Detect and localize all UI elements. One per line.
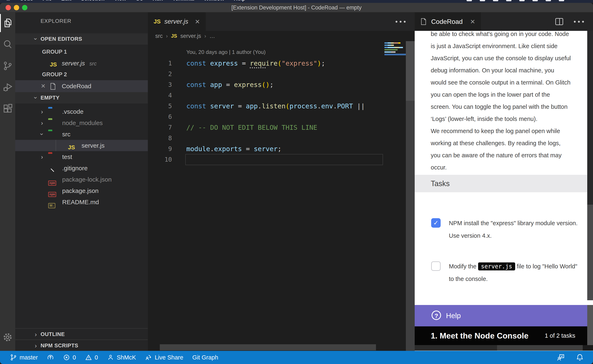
task-progress-badge: 1 of 2 tasks [545,326,575,345]
apple-menu-icon[interactable]:  [6,0,10,2]
menu-item[interactable]: Code [20,0,33,2]
macos-menubar:  CodeFileEditSelectionViewGoRunTerminal… [0,0,593,3]
statusbar-item-live-share[interactable]: Live Share [145,354,183,361]
code-line-4[interactable] [186,90,383,101]
more-actions-icon[interactable] [574,21,584,23]
tab-server-js[interactable]: JS server.js ✕ [148,12,206,31]
code-line-2[interactable] [186,69,383,79]
statusbar-item-0[interactable]: 0 [63,354,76,361]
search-icon[interactable] [0,34,15,55]
source-control-icon[interactable] [0,55,15,77]
menu-item[interactable]: Selection [81,0,105,2]
editor-group: JS server.js ✕ src › JS server.js › … Yo… [148,12,415,351]
tree-item--vscode[interactable]: .vscode [15,106,148,117]
line-number-gutter: 12345678910 [148,58,172,165]
inline-code: server.js [478,262,515,270]
chevron-down-icon [33,92,39,104]
statusbar-item-shmck[interactable]: ShMcK [107,354,136,361]
menu-item[interactable]: View [114,0,126,2]
webview-horizontal-scrollbar[interactable] [415,345,593,351]
open-editors-list: GROUP 1JSserver.jssrcGROUP 2✕CodeRoad [15,46,148,92]
sidebar-title: EXPLORER [15,12,148,29]
activity-bar [0,12,15,351]
menu-item[interactable]: Edit [61,0,71,2]
menu-item[interactable]: Go [136,0,143,2]
help-bar[interactable]: Help [415,305,587,326]
codelens-authors[interactable]: You, 20 days ago | 1 author (You) [186,48,266,56]
close-tab-icon[interactable]: ✕ [195,18,200,25]
js-file-icon: JS [171,33,177,39]
webview-vertical-scrollbar[interactable] [587,31,593,345]
tree-item-server-js[interactable]: JSserver.js [15,140,148,151]
coderoad-webview: be able to check what's going on in your… [415,31,593,351]
statusbar-item-bell[interactable] [576,353,584,362]
workspace-section-header[interactable]: EMPTY [15,92,148,104]
open-editor-item[interactable]: ✕CodeRoad [15,80,148,92]
window-titlebar[interactable]: [Extension Development Host] - CodeRoad … [0,3,593,12]
file-icon [50,83,56,90]
open-editor-item[interactable]: JSserver.jssrc [15,58,148,69]
task-checkbox-unchecked[interactable] [431,261,441,271]
menu-item[interactable]: Terminal [172,0,194,2]
markdown-icon: M↓ [48,203,55,208]
menu-item[interactable]: Run [153,0,163,2]
status-bar: master00ShMcKLive ShareGit Graph [0,351,593,364]
tasks-section-band: Tasks [415,175,587,192]
help-question-icon [432,311,441,320]
close-tab-icon[interactable]: ✕ [470,18,475,25]
file-tree: .vscodenode_modulessrcJSserver.jstest.gi… [15,106,148,208]
statusbar-item-0[interactable]: 0 [85,354,98,361]
code-editor[interactable]: const express = require("express");const… [186,58,383,165]
git-branch-icon [10,354,17,361]
open-editors-group-label: GROUP 2 [15,69,148,80]
breadcrumb[interactable]: src › JS server.js › … [148,31,415,41]
tree-item-package-lock-json[interactable]: npmpackage-lock.json [15,174,148,185]
tree-item-src[interactable]: src [15,129,148,140]
editor-tabbar: JS server.js ✕ [148,12,415,31]
lesson-text: be able to check what's going on in your… [431,31,585,174]
chevron-right-icon [33,340,39,351]
statusbar-item-git-graph[interactable]: Git Graph [192,354,218,361]
task-checkbox-checked[interactable] [431,218,441,228]
minimap-selection [384,54,406,55]
warnings-icon [85,354,92,361]
open-editors-header[interactable]: OPEN EDITORS [15,33,148,45]
explorer-icon[interactable] [0,12,15,34]
code-line-1[interactable]: const express = require("express"); [186,58,383,69]
statusbar-item-sync[interactable] [47,354,54,361]
outline-section-header[interactable]: OUTLINE [15,328,148,339]
run-debug-icon[interactable] [0,77,15,98]
editor-scrollbar[interactable] [406,41,415,351]
code-line-10[interactable] [186,154,383,165]
code-line-7[interactable]: // -- DO NOT EDIT BELOW THIS LINE [186,122,383,133]
split-editor-icon[interactable] [555,18,563,25]
extensions-icon[interactable] [0,98,15,119]
tree-item--gitignore[interactable]: .gitignore [15,162,148,174]
tab-coderoad[interactable]: CodeRoad ✕ [415,12,481,31]
menu-item[interactable]: Window [204,0,224,2]
code-line-6[interactable] [186,111,383,122]
chevron-right-icon [33,329,39,340]
tree-item-node-modules[interactable]: node_modules [15,117,148,129]
npm-scripts-section-header[interactable]: NPM SCRIPTS [15,339,148,351]
settings-gear-icon[interactable] [0,327,15,348]
tree-item-package-json[interactable]: npmpackage.json [15,185,148,196]
menu-item[interactable]: Help [234,0,245,2]
window-title: [Extension Development Host] - CodeRoad … [0,3,593,12]
chevron-right-icon [39,106,45,117]
more-actions-icon[interactable] [396,21,406,23]
tree-item-readme-md[interactable]: M↓README.md [15,196,148,208]
code-line-8[interactable] [186,133,383,143]
statusbar-item-feedback[interactable] [557,353,565,362]
horizontal-scrollbar[interactable] [160,344,376,351]
lesson-footer[interactable]: 1. Meet the Node Console 1 of 2 tasks [415,326,587,345]
js-file-icon: JS [153,18,161,25]
menu-item[interactable]: File [43,0,52,2]
account-icon [107,354,114,361]
statusbar-item-master[interactable]: master [10,354,38,361]
code-line-5[interactable]: const server = app.listen(process.env.PO… [186,101,383,111]
minimap[interactable] [384,42,406,55]
tree-item-test[interactable]: test [15,151,148,162]
code-line-9[interactable]: module.exports = server; [186,143,383,154]
code-line-3[interactable]: const app = express(); [186,79,383,90]
